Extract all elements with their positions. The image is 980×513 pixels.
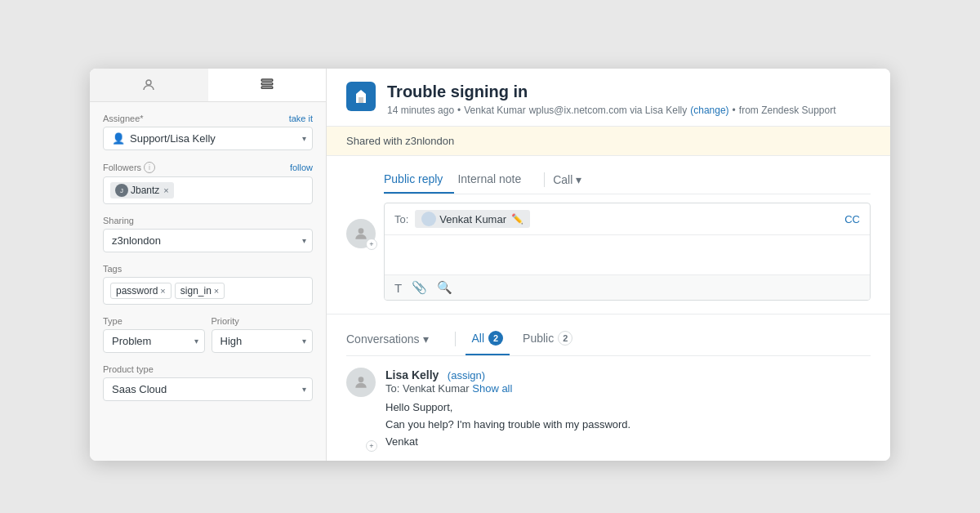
ticket-header: Trouble signing in 14 minutes ago • Venk…: [327, 69, 890, 127]
reply-to-row: To: Venkat Kumar ✏️ CC: [385, 203, 870, 235]
type-select-wrapper: Problem Incident Question Task ▾: [103, 329, 205, 353]
message-line-3: Venkat: [385, 434, 871, 451]
message-body: Hello Support, Can you help? I'm having …: [385, 399, 871, 450]
conversations-label: Conversations: [346, 332, 420, 346]
priority-label-row: Priority: [212, 316, 314, 326]
follow-link[interactable]: follow: [290, 163, 313, 172]
compose-avatar: +: [346, 219, 376, 248]
recipient-tag: Venkat Kumar ✏️: [415, 210, 530, 228]
sharing-label-row: Sharing: [103, 216, 313, 225]
priority-label: Priority: [212, 316, 239, 326]
ticket-change-link[interactable]: (change): [690, 105, 728, 116]
reply-body: To: Venkat Kumar ✏️ CC T 📎: [384, 203, 871, 301]
ticket-author: Venkat Kumar: [464, 105, 525, 116]
sharing-label: Sharing: [103, 216, 134, 225]
filter-public[interactable]: Public 2: [516, 323, 579, 355]
take-it-link[interactable]: take it: [289, 114, 313, 123]
recipient-avatar: [421, 212, 436, 226]
svg-rect-2: [261, 83, 273, 85]
shared-banner: Shared with z3nlondon: [327, 127, 890, 156]
filter-all[interactable]: All 2: [466, 323, 510, 355]
tag-password-label: password: [116, 285, 158, 297]
assignee-select-wrapper: 👤 Support/Lisa Kelly ▾: [103, 127, 313, 150]
message-avatar-add-btn[interactable]: +: [366, 440, 377, 452]
show-all-link[interactable]: Show all: [472, 382, 512, 395]
assignee-value: Support/Lisa Kelly: [130, 132, 216, 145]
ticket-title: Trouble signing in: [387, 82, 836, 101]
brand-icon: [346, 82, 376, 111]
followers-field: Followers i follow J Jbantz ×: [103, 162, 313, 204]
all-count-badge: 2: [488, 331, 503, 346]
left-panel-tabs: [90, 69, 326, 102]
message-area: + Lisa Kelly (assign) To: Venkat Kumar S…: [327, 356, 890, 461]
product-type-label-row: Product type: [103, 364, 313, 374]
svg-rect-3: [261, 87, 273, 88]
recipient-name: Venkat Kumar: [439, 213, 506, 225]
sharing-field: Sharing z3nlondon ▾: [103, 216, 313, 252]
tab-public-reply[interactable]: Public reply: [384, 166, 454, 194]
tag-password: password ×: [110, 283, 172, 299]
tags-label-row: Tags: [103, 264, 313, 274]
tab-person[interactable]: [90, 69, 208, 101]
follower-tag: J Jbantz ×: [110, 182, 174, 199]
priority-select-wrapper: Low Normal High Urgent ▾: [212, 329, 314, 353]
call-chevron-icon: ▾: [576, 173, 581, 186]
reply-area-inner: + Public reply Internal note Call ▾: [346, 166, 871, 301]
tab-internal-note[interactable]: Internal note: [457, 166, 532, 194]
followers-box: J Jbantz ×: [103, 176, 313, 204]
tab-list[interactable]: [208, 69, 327, 101]
search-icon[interactable]: 🔍: [437, 280, 452, 295]
followers-label-group: Followers i: [103, 162, 155, 173]
tag-sign-in: sign_in ×: [175, 283, 225, 299]
reply-area: + Public reply Internal note Call ▾: [327, 156, 890, 314]
follower-remove-btn[interactable]: ×: [163, 185, 168, 195]
priority-select[interactable]: Low Normal High Urgent: [212, 329, 314, 353]
right-panel: Trouble signing in 14 minutes ago • Venk…: [327, 69, 890, 461]
to-label: To:: [394, 213, 408, 225]
conversations-tabs: Conversations ▾ All 2 Public 2: [346, 323, 871, 356]
tab-call[interactable]: Call ▾: [553, 167, 581, 193]
ticket-source: from Zendesk Support: [739, 105, 836, 116]
left-panel-content: Assignee* take it 👤 Support/Lisa Kelly ▾…: [90, 102, 326, 461]
reply-text-input[interactable]: [385, 235, 870, 274]
assignee-select[interactable]: 👤 Support/Lisa Kelly: [103, 127, 313, 150]
public-count-badge: 2: [558, 331, 572, 346]
svg-point-0: [146, 80, 151, 85]
svg-rect-1: [261, 79, 273, 81]
edit-recipient-icon[interactable]: ✏️: [511, 213, 523, 225]
followers-label-row: Followers i follow: [103, 162, 313, 173]
ticket-time: 14 minutes ago: [387, 105, 454, 116]
svg-point-5: [359, 228, 364, 234]
tag-password-remove[interactable]: ×: [160, 286, 165, 296]
product-type-select-wrapper: Saas Cloud ▾: [103, 377, 313, 401]
text-format-icon[interactable]: T: [394, 281, 402, 295]
sharing-select[interactable]: z3nlondon: [103, 229, 313, 252]
tags-field: Tags password × sign_in ×: [103, 264, 313, 305]
avatar-add-btn[interactable]: +: [366, 239, 377, 250]
reply-tabs: Public reply Internal note Call ▾: [384, 166, 871, 194]
type-label-row: Type: [103, 316, 205, 326]
filter-tabs: All 2 Public 2: [466, 323, 580, 355]
conversations-tab[interactable]: Conversations ▾: [346, 324, 442, 354]
product-type-field: Product type Saas Cloud ▾: [103, 364, 313, 401]
product-type-select[interactable]: Saas Cloud: [103, 377, 313, 401]
type-select[interactable]: Problem Incident Question Task: [103, 329, 205, 353]
assign-link[interactable]: (assign): [448, 369, 485, 381]
cc-link[interactable]: CC: [844, 213, 860, 225]
left-panel: Assignee* take it 👤 Support/Lisa Kelly ▾…: [90, 69, 327, 461]
type-field: Type Problem Incident Question Task ▾: [103, 316, 205, 353]
tag-signin-remove[interactable]: ×: [214, 286, 219, 296]
assignee-field: Assignee* take it 👤 Support/Lisa Kelly ▾: [103, 114, 313, 150]
product-type-label: Product type: [103, 364, 154, 374]
priority-field: Priority Low Normal High Urgent ▾: [212, 316, 314, 353]
svg-point-6: [359, 377, 364, 382]
message-author-row: Lisa Kelly (assign): [385, 368, 871, 382]
sharing-select-wrapper: z3nlondon ▾: [103, 229, 313, 252]
tags-box[interactable]: password × sign_in ×: [103, 277, 313, 305]
message-line-1: Hello Support,: [385, 399, 871, 417]
assignee-label-row: Assignee* take it: [103, 114, 313, 123]
svg-rect-4: [359, 97, 363, 103]
message-author: Lisa Kelly: [385, 368, 439, 381]
message-line-2: Can you help? I'm having trouble with my…: [385, 417, 871, 434]
attach-icon[interactable]: 📎: [412, 280, 427, 295]
